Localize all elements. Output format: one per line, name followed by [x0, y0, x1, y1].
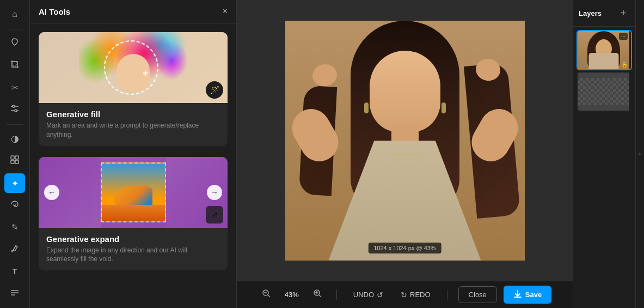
svg-point-4: [15, 110, 17, 112]
canvas-area: AI: [237, 0, 573, 308]
home-icon: ⌂: [12, 9, 17, 19]
panel-content: + 🪄 Generative fill Mark an area and wri…: [30, 23, 236, 308]
layer-icons: [579, 60, 587, 68]
pen-button[interactable]: ✎: [4, 218, 25, 238]
sparkle-icon: ✦: [11, 178, 19, 189]
ai-tools-panel: AI Tools × +: [30, 0, 237, 308]
layers-add-button[interactable]: +: [617, 7, 630, 20]
pen-icon: ✎: [11, 222, 19, 232]
generative-expand-info: Generative expand Expand the image in an…: [39, 228, 228, 271]
toolbar-divider-2: [447, 289, 447, 300]
crop-icon: [10, 59, 20, 71]
left-toolbar: ⌂ ✂ ◑ ✦: [0, 0, 30, 308]
layers-panel: Layers + ···: [573, 0, 635, 308]
toolbar-divider: [336, 289, 337, 300]
svg-rect-5: [11, 156, 14, 159]
text-icon: T: [13, 267, 17, 276]
panel-close-button[interactable]: ×: [223, 7, 228, 16]
layer-lock-icon: 🔒: [621, 62, 628, 68]
chevron-right-icon: ›: [639, 151, 641, 157]
generative-expand-title: Generative expand: [46, 234, 220, 244]
layers-title: Layers: [579, 9, 602, 17]
generative-expand-image: ← → ⤢: [39, 157, 228, 228]
canvas-workspace[interactable]: AI: [237, 0, 573, 281]
layer-menu-button[interactable]: ···: [619, 33, 628, 40]
generative-fill-icon: 🪄: [206, 81, 223, 99]
grid-icon: [10, 155, 20, 167]
arrow-left-icon: ←: [44, 185, 59, 200]
layers-and-collapse: Layers + ···: [573, 0, 644, 308]
canvas-status: 1024 x 1024 px @ 43%: [368, 243, 441, 253]
layers-header: Layers +: [573, 0, 635, 27]
layer-image-icon: [579, 60, 587, 68]
zoom-value: 43%: [281, 291, 303, 299]
layer-2-thumbnail: [578, 73, 629, 111]
svg-rect-0: [12, 62, 16, 66]
brush-icon: [10, 244, 20, 256]
generative-expand-desc: Expand the image in any direction and ou…: [46, 246, 220, 264]
lines-icon: [10, 288, 20, 300]
generative-fill-info: Generative fill Mark an area and write a…: [39, 103, 228, 146]
text-button[interactable]: T: [4, 262, 25, 282]
undo-icon: ↺: [377, 291, 383, 299]
generative-fill-desc: Mark an area and write a prompt to gener…: [46, 121, 220, 140]
generative-expand-card[interactable]: ← → ⤢ Generative expand Expand the image…: [39, 157, 228, 271]
sparkle-button[interactable]: ✦: [4, 173, 25, 194]
spiral-button[interactable]: [4, 195, 25, 215]
layer-item-2[interactable]: [578, 73, 631, 111]
arrow-right-icon: →: [207, 185, 222, 200]
save-label: Save: [525, 291, 542, 299]
lasso-icon: [10, 38, 20, 50]
undo-button[interactable]: UNDO ↺: [348, 287, 389, 303]
expand-arrows: ← →: [39, 185, 228, 200]
close-button[interactable]: Close: [458, 286, 497, 303]
undo-label: UNDO: [353, 291, 374, 299]
collapse-panel-button[interactable]: ›: [635, 0, 644, 308]
home-button[interactable]: ⌂: [4, 4, 25, 25]
svg-line-14: [268, 295, 270, 297]
zoom-in-button[interactable]: [309, 287, 326, 303]
cursor-marker: +: [143, 68, 151, 76]
zoom-in-icon: [312, 288, 322, 301]
generative-fill-image: + 🪄: [39, 32, 228, 103]
brush-button[interactable]: [4, 239, 25, 259]
save-icon: [513, 289, 522, 300]
toolbar-divider-1: [7, 29, 23, 29]
redo-label: REDO: [410, 291, 431, 299]
svg-rect-7: [11, 160, 14, 164]
panel-header: AI Tools ×: [30, 0, 236, 23]
generative-expand-icon: ⤢: [206, 206, 223, 224]
generative-fill-card[interactable]: + 🪄 Generative fill Mark an area and wri…: [39, 32, 228, 146]
layer-item-1[interactable]: ··· 🔒: [578, 31, 631, 69]
redo-icon: ↻: [401, 291, 407, 299]
contrast-icon: ◑: [11, 133, 19, 144]
svg-rect-8: [15, 160, 19, 164]
canvas-image: [285, 21, 525, 261]
svg-line-17: [319, 295, 321, 297]
canvas-image-container: AI: [285, 21, 525, 261]
layers-content: ··· 🔒: [573, 27, 635, 308]
svg-rect-6: [15, 156, 19, 159]
panel-title: AI Tools: [39, 7, 70, 16]
bottom-toolbar: 43% UNDO ↺ ↻ REDO Close Save: [237, 281, 573, 308]
zoom-out-icon: [261, 288, 271, 301]
layer-1-thumbnail: ··· 🔒: [578, 31, 629, 69]
scissors-button[interactable]: ✂: [4, 78, 25, 98]
zoom-out-button[interactable]: [258, 287, 274, 303]
toolbar-divider-2: [7, 124, 23, 125]
grid-button[interactable]: [4, 151, 25, 171]
svg-point-2: [13, 105, 15, 107]
save-button[interactable]: Save: [504, 286, 551, 304]
sliders-button[interactable]: [4, 100, 25, 120]
redo-button[interactable]: ↻ REDO: [395, 287, 436, 303]
lasso-button[interactable]: [4, 34, 25, 54]
crop-button[interactable]: [4, 56, 25, 76]
spiral-icon: [10, 200, 20, 212]
generative-fill-title: Generative fill: [46, 110, 220, 119]
scissors-icon: ✂: [11, 83, 19, 93]
sliders-icon: [10, 104, 20, 116]
contrast-button[interactable]: ◑: [4, 129, 25, 149]
lines-button[interactable]: [4, 284, 25, 304]
